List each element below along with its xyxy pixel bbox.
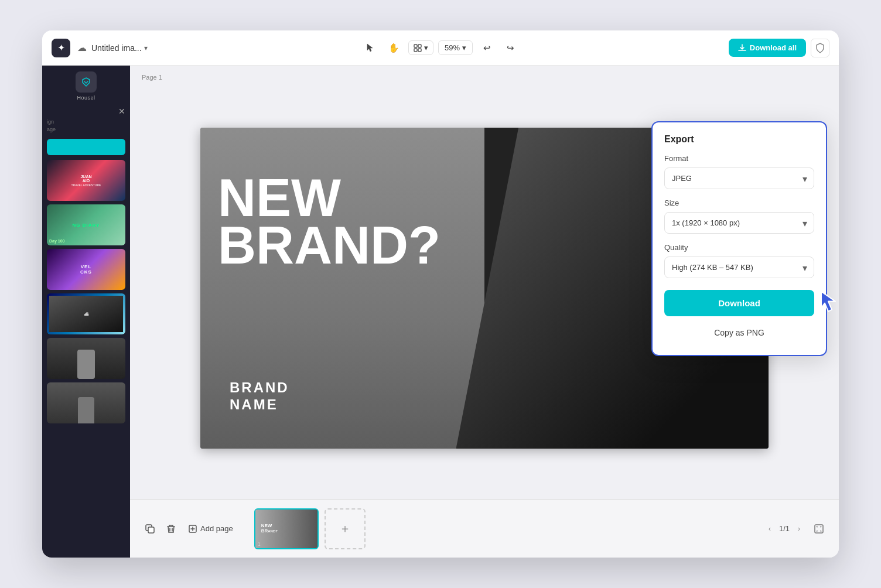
layout-icon-chevron: ▾ bbox=[424, 43, 428, 52]
quality-select-wrapper: Low Medium High (274 KB – 547 KB) Very H… bbox=[664, 257, 814, 278]
list-item[interactable]: 🏙 bbox=[47, 293, 125, 334]
app-logo: ✦ bbox=[52, 39, 70, 57]
export-panel-title: Export bbox=[664, 134, 814, 145]
duplicate-page-button[interactable] bbox=[142, 521, 158, 537]
sidebar-group-label: Housel bbox=[77, 95, 95, 101]
list-item[interactable]: JUANAIOTravel Adventure bbox=[47, 160, 125, 201]
add-page-thumbnail-button[interactable]: ＋ bbox=[325, 508, 366, 549]
svg-rect-3 bbox=[418, 49, 421, 52]
title-area[interactable]: Untitled ima... ▾ bbox=[91, 43, 148, 53]
svg-rect-0 bbox=[414, 45, 417, 47]
subtext-line2: NAME bbox=[230, 396, 289, 413]
svg-rect-2 bbox=[414, 49, 417, 52]
sidebar: Housel ✕ ign age JUANAIOTravel Adventure bbox=[42, 66, 130, 558]
page-number-badge: 1 bbox=[258, 541, 261, 547]
quality-select[interactable]: Low Medium High (274 KB – 547 KB) Very H… bbox=[664, 257, 814, 278]
list-item[interactable] bbox=[47, 338, 125, 379]
delete-page-button[interactable] bbox=[163, 521, 179, 537]
copy-png-label: Copy as PNG bbox=[714, 328, 764, 337]
add-page-thumb-icon: ＋ bbox=[339, 521, 351, 536]
next-page-button[interactable]: › bbox=[792, 522, 806, 536]
page-indicator: 1/1 bbox=[779, 524, 790, 533]
app-window: ✦ ☁ Untitled ima... ▾ ✋ bbox=[42, 30, 839, 558]
headline-line2: BRAND? bbox=[218, 222, 440, 269]
subtext-line1: BRAND bbox=[230, 380, 289, 396]
quality-label: Quality bbox=[664, 243, 814, 252]
bottom-strip: Add page NEWBRAND? 1 ＋ bbox=[130, 499, 839, 558]
close-search-area: ✕ bbox=[42, 104, 130, 118]
export-panel: Export Format JPEG PNG SVG PDF Size bbox=[651, 121, 827, 356]
cloud-icon: ☁ bbox=[77, 42, 87, 53]
sidebar-logo bbox=[76, 71, 97, 93]
download-label: Download bbox=[718, 298, 760, 308]
headline-line1: NEW bbox=[218, 175, 440, 222]
format-select-wrapper: JPEG PNG SVG PDF bbox=[664, 167, 814, 189]
topbar-right: Download all bbox=[729, 39, 829, 57]
page-thumbnails: NEWBRAND? 1 ＋ bbox=[254, 508, 366, 549]
canvas-subtext: BRAND NAME bbox=[230, 380, 289, 413]
fit-to-screen-button[interactable] bbox=[811, 521, 827, 537]
zoom-chevron-icon: ▾ bbox=[462, 43, 466, 52]
download-btn-container: Download bbox=[664, 290, 814, 322]
add-page-button[interactable]: Add page bbox=[184, 522, 238, 535]
format-label: Format bbox=[664, 154, 814, 163]
accent-bar bbox=[47, 139, 125, 155]
size-select[interactable]: 0.5x (960 × 540 px) 1x (1920 × 1080 px) … bbox=[664, 212, 814, 234]
document-title: Untitled ima... bbox=[91, 43, 142, 53]
undo-button[interactable]: ↩ bbox=[477, 39, 496, 57]
canvas-container: Page 1 NEW BRAND? BR bbox=[130, 66, 839, 558]
svg-rect-5 bbox=[148, 527, 154, 533]
redo-button[interactable]: ↪ bbox=[501, 39, 520, 57]
layout-button[interactable]: ▾ bbox=[408, 40, 433, 55]
zoom-button[interactable]: 59% ▾ bbox=[438, 40, 473, 55]
download-all-button[interactable]: Download all bbox=[729, 39, 806, 57]
bottom-controls-left: Add page bbox=[142, 521, 238, 537]
logo-icon: ✦ bbox=[57, 42, 65, 53]
svg-rect-7 bbox=[815, 525, 823, 533]
copy-png-button[interactable]: Copy as PNG bbox=[664, 322, 814, 343]
main-area: Housel ✕ ign age JUANAIOTravel Adventure bbox=[42, 66, 839, 558]
title-chevron-icon: ▾ bbox=[144, 44, 148, 52]
close-search-button[interactable]: ✕ bbox=[118, 107, 125, 116]
sidebar-logo-icon bbox=[81, 77, 91, 87]
sidebar-header: Housel bbox=[42, 66, 130, 104]
sidebar-search-label: ign age bbox=[42, 118, 130, 136]
page-label: Page 1 bbox=[142, 74, 162, 81]
topbar: ✦ ☁ Untitled ima... ▾ ✋ bbox=[42, 30, 839, 66]
svg-rect-1 bbox=[418, 45, 421, 47]
bottom-right: ‹ 1/1 › bbox=[763, 521, 827, 537]
download-all-label: Download all bbox=[750, 43, 797, 52]
download-button[interactable]: Download bbox=[664, 290, 814, 316]
size-label: Size bbox=[664, 199, 814, 207]
canvas-area: Page 1 NEW BRAND? BR bbox=[130, 66, 839, 499]
list-item[interactable]: NG DIARY Day 100 bbox=[47, 204, 125, 245]
add-page-label: Add page bbox=[200, 524, 233, 533]
page-navigation: ‹ 1/1 › bbox=[763, 522, 806, 536]
topbar-center: ✋ ▾ 59% ▾ ↩ ↪ bbox=[361, 39, 520, 57]
select-tool-button[interactable] bbox=[361, 39, 380, 57]
list-item[interactable]: VELCKS bbox=[47, 249, 125, 290]
list-item[interactable] bbox=[47, 382, 125, 423]
format-select[interactable]: JPEG PNG SVG PDF bbox=[664, 167, 814, 189]
shield-button[interactable] bbox=[811, 39, 829, 57]
prev-page-button[interactable]: ‹ bbox=[763, 522, 777, 536]
thumbnail-list: JUANAIOTravel Adventure NG DIARY Day 100… bbox=[42, 158, 130, 558]
zoom-value: 59% bbox=[445, 43, 460, 52]
canvas-headline: NEW BRAND? bbox=[218, 175, 440, 269]
cursor-arrow-icon bbox=[819, 289, 839, 317]
page-thumbnail-1[interactable]: NEWBRAND? 1 bbox=[254, 508, 319, 549]
hand-tool-button[interactable]: ✋ bbox=[385, 39, 404, 57]
size-select-wrapper: 0.5x (960 × 540 px) 1x (1920 × 1080 px) … bbox=[664, 212, 814, 234]
